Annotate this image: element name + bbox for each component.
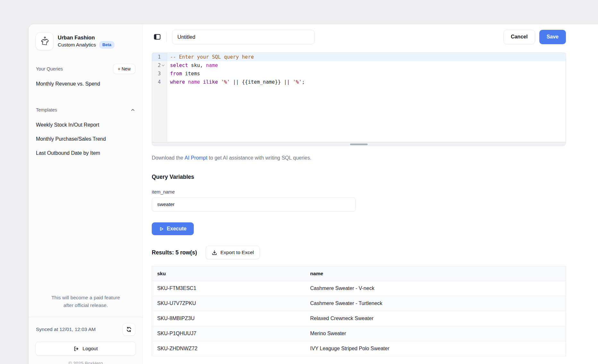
app-card: Urban Fashion Custom Analytics Beta Your… [29,24,598,364]
code-token: -- Enter your SQL query here [170,54,254,60]
logout-icon [73,346,79,352]
code-token: name [206,62,218,68]
table-cell: SKU-P1QHUUJ7 [152,326,305,341]
gutter-line: 3 [152,70,167,78]
table-row: SKU-8MBIPZ3URelaxed Crewneck Sweater [152,311,566,326]
notice-line-2: after official release. [35,302,137,309]
line-number: 1 [154,53,161,61]
table-cell: SKU-8MBIPZ3U [152,311,305,326]
table-row: SKU-U7V7ZPKUCashmere Sweater - Turtlenec… [152,296,566,311]
ai-prompt-link[interactable]: AI Prompt [184,155,207,161]
refresh-button[interactable] [123,323,135,336]
templates-section-header[interactable]: Templates [29,104,142,115]
topbar: Cancel Save [152,29,566,44]
export-label: Export to Excel [220,250,254,255]
column-header: sku [152,266,305,281]
gutter-line: 2 [152,61,167,70]
execute-button[interactable]: Execute [152,222,194,235]
export-to-excel-button[interactable]: Export to Excel [206,246,260,259]
item-name-label: item_name [152,189,566,194]
product-name: Custom Analytics [58,42,96,48]
editor-code-area[interactable]: -- Enter your SQL query hereselect sku, … [167,53,566,142]
workspace-logo [36,33,53,50]
line-number: 4 [154,78,161,86]
tshirt-logo-icon [39,36,50,47]
item-name-input[interactable] [152,197,356,211]
results-table: skuname SKU-FTM3ESC1Cashmere Sweater - V… [152,266,566,356]
code-line: from items [167,70,566,78]
logout-label: Logout [82,346,98,352]
code-token [218,79,221,85]
code-token: name [188,79,200,85]
beta-badge: Beta [99,41,115,49]
sidebar: Urban Fashion Custom Analytics Beta Your… [29,24,143,364]
main-panel: Cancel Save 1234 -- Enter your SQL query… [143,24,598,364]
queries-section-label: Your Queries [36,66,63,71]
brand: Urban Fashion Custom Analytics Beta [29,33,142,50]
line-number: 3 [154,70,161,78]
sidebar-item-template[interactable]: Last Outbound Date by Item [29,146,142,160]
code-token: ilike [203,79,218,85]
table-cell: SKU-ZHDNWZ72 [152,341,305,356]
code-token: ; [302,79,305,85]
workspace-name: Urban Fashion [58,34,115,41]
new-query-button[interactable]: + New [113,64,135,74]
table-cell: Merino Sweater [305,326,566,341]
table-cell: IVY Leaguge Striped Polo Sweater [305,341,566,356]
notice-line-1: This will become a paid feature [35,294,137,302]
ai-note-suffix: to get AI assistance with writing SQL qu… [207,155,311,161]
code-token: || {{item_name}} || [230,79,293,85]
editor-resize-handle[interactable] [152,142,566,146]
code-line: where name ilike '%' || {{item_name}} ||… [167,78,566,86]
code-token: '%' [293,79,302,85]
line-number: 2 [154,61,161,70]
paid-feature-notice: This will become a paid feature after of… [29,294,142,309]
gutter-line: 1 [152,53,167,61]
refresh-icon [126,327,132,332]
templates-list: Weekly Stock In/Out ReportMonthly Purcha… [29,118,142,160]
save-button[interactable]: Save [539,30,566,44]
logout-button[interactable]: Logout [35,342,136,356]
play-icon [159,227,164,231]
table-cell: Cashmere Sweater - V-neck [305,281,566,296]
table-cell: Relaxed Crewneck Sweater [305,311,566,326]
code-token: items [182,71,200,77]
table-cell: SKU-U7V7ZPKU [152,296,305,311]
sidebar-item-query[interactable]: Monthly Revenue vs. Spend [29,77,142,91]
brand-text: Urban Fashion Custom Analytics Beta [58,34,115,49]
queries-list: Monthly Revenue vs. Spend [29,77,142,91]
sidebar-item-template[interactable]: Weekly Stock In/Out Report [29,118,142,132]
code-token: where [170,79,185,85]
ai-prompt-note: Download the AI Prompt to get AI assista… [152,155,566,161]
code-token [200,79,203,85]
table-row: SKU-P1QHUUJ7Merino Sweater [152,326,566,341]
sidebar-item-template[interactable]: Monthly Purchase/Sales Trend [29,132,142,146]
query-title-input[interactable] [172,30,315,44]
sync-status: Synced at 12/01, 12:03 AM [36,327,96,332]
code-line: -- Enter your SQL query here [167,53,566,61]
results-header-row: Results: 5 row(s) Export to Excel [152,246,566,259]
sql-editor[interactable]: 1234 -- Enter your SQL query hereselect … [152,53,566,142]
cancel-button[interactable]: Cancel [503,30,535,44]
table-row: SKU-ZHDNWZ72IVY Leaguge Striped Polo Swe… [152,341,566,356]
results-table-header: skuname [152,266,566,281]
results-count: Results: 5 row(s) [152,249,197,256]
editor-gutter: 1234 [152,53,167,142]
code-token: '%' [221,79,230,85]
download-icon [212,250,217,255]
sidebar-toggle-button[interactable] [152,31,163,42]
copyright: © 2025 BoxHero [35,361,136,364]
topbar-divider [167,32,167,42]
gutter-line: 4 [152,78,167,86]
sidebar-footer: Synced at 12/01, 12:03 AM [29,317,142,364]
query-variables-title: Query Variables [152,174,566,180]
panel-left-icon [153,33,161,41]
resize-grip [350,144,368,145]
execute-label: Execute [167,226,186,232]
code-token: from [170,71,182,77]
fold-chevron-icon[interactable] [161,64,166,67]
table-row: SKU-FTM3ESC1Cashmere Sweater - V-neck [152,281,566,296]
templates-section-label: Templates [36,107,57,112]
chevron-up-icon[interactable] [130,107,135,112]
table-cell: Cashmere Sweater - Turtleneck [305,296,566,311]
